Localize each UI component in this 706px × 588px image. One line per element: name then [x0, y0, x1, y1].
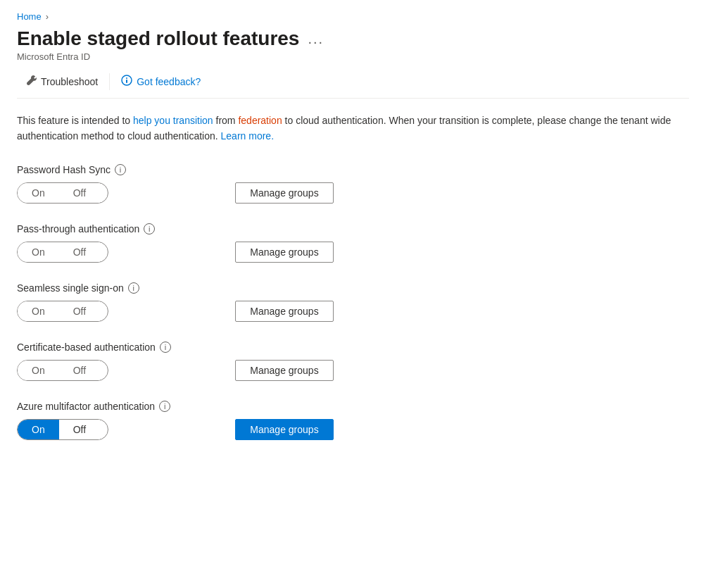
- svg-point-1: [126, 77, 127, 79]
- manage-groups-button-password-hash-sync[interactable]: Manage groups: [235, 182, 334, 204]
- toggle-on-label-password-hash-sync: On: [18, 183, 59, 203]
- troubleshoot-button[interactable]: Troubleshoot: [17, 70, 106, 92]
- feature-section-cert-based-auth: Certificate-based authentication i On Of…: [17, 342, 689, 381]
- page-subtitle: Microsoft Entra ID: [17, 51, 689, 62]
- feature-section-pass-through-auth: Pass-through authentication i On Off Man…: [17, 223, 689, 263]
- feature-name-seamless-sso: Seamless single sign-on: [17, 282, 124, 294]
- feature-row-password-hash-sync: On Off Manage groups: [17, 182, 689, 204]
- feature-label-seamless-sso: Seamless single sign-on i: [17, 282, 689, 294]
- info-text-from: from: [213, 115, 239, 126]
- feature-row-pass-through-auth: On Off Manage groups: [17, 242, 689, 263]
- troubleshoot-label: Troubleshoot: [41, 76, 98, 87]
- manage-groups-button-seamless-sso[interactable]: Manage groups: [235, 301, 334, 322]
- feedback-label: Got feedback?: [137, 76, 201, 87]
- page-title: Enable staged rollout features: [17, 27, 299, 50]
- feedback-icon: [121, 75, 132, 88]
- toggle-pass-through-auth[interactable]: On Off: [17, 242, 108, 263]
- toggle-on-label-seamless-sso: On: [18, 301, 59, 321]
- toggle-container-seamless-sso: On Off: [17, 301, 108, 322]
- toggle-on-label-azure-mfa: On: [18, 420, 59, 439]
- feature-section-seamless-sso: Seamless single sign-on i On Off Manage …: [17, 282, 689, 322]
- toggle-container-password-hash-sync: On Off: [17, 182, 108, 204]
- toggle-off-label-password-hash-sync: Off: [59, 183, 100, 203]
- feature-row-cert-based-auth: On Off Manage groups: [17, 360, 689, 381]
- features-list: Password Hash Sync i On Off Manage group…: [17, 164, 689, 440]
- toggle-off-label-azure-mfa: Off: [59, 420, 100, 439]
- toggle-azure-mfa[interactable]: On Off: [17, 419, 108, 440]
- manage-groups-button-cert-based-auth[interactable]: Manage groups: [235, 360, 334, 381]
- info-text-link: help you transition: [133, 115, 213, 126]
- toggle-off-label-pass-through-auth: Off: [59, 242, 100, 262]
- toggle-container-pass-through-auth: On Off: [17, 242, 108, 263]
- feature-row-azure-mfa: On Off Manage groups: [17, 419, 689, 440]
- feedback-button[interactable]: Got feedback?: [113, 70, 209, 92]
- info-icon-seamless-sso[interactable]: i: [128, 282, 139, 294]
- feature-label-azure-mfa: Azure multifactor authentication i: [17, 401, 689, 412]
- more-options-button[interactable]: ...: [308, 31, 324, 47]
- toggle-on-label-pass-through-auth: On: [18, 242, 59, 262]
- feature-section-azure-mfa: Azure multifactor authentication i On Of…: [17, 401, 689, 440]
- feature-row-seamless-sso: On Off Manage groups: [17, 301, 689, 322]
- toggle-password-hash-sync[interactable]: On Off: [17, 182, 108, 204]
- feature-label-password-hash-sync: Password Hash Sync i: [17, 164, 689, 175]
- wrench-icon: [25, 75, 37, 88]
- feature-label-cert-based-auth: Certificate-based authentication i: [17, 342, 689, 353]
- toggle-container-cert-based-auth: On Off: [17, 360, 108, 381]
- toggle-on-label-cert-based-auth: On: [18, 361, 59, 380]
- info-learn-more[interactable]: Learn more.: [221, 130, 274, 142]
- toolbar: Troubleshoot Got feedback?: [17, 70, 689, 99]
- feature-section-password-hash-sync: Password Hash Sync i On Off Manage group…: [17, 164, 689, 204]
- info-icon-password-hash-sync[interactable]: i: [115, 164, 126, 175]
- toggle-seamless-sso[interactable]: On Off: [17, 301, 108, 322]
- info-text-before: This feature is intended to: [17, 115, 133, 126]
- info-icon-pass-through-auth[interactable]: i: [144, 223, 155, 234]
- feature-name-azure-mfa: Azure multifactor authentication: [17, 401, 155, 412]
- svg-rect-2: [126, 80, 127, 83]
- breadcrumb: Home ›: [17, 11, 689, 22]
- info-text-federation: federation: [238, 115, 282, 126]
- breadcrumb-separator: ›: [46, 11, 49, 22]
- info-banner: This feature is intended to help you tra…: [17, 113, 689, 144]
- toggle-off-label-cert-based-auth: Off: [59, 361, 100, 380]
- toolbar-divider: [109, 73, 110, 90]
- toggle-container-azure-mfa: On Off: [17, 419, 108, 440]
- toggle-off-label-seamless-sso: Off: [59, 301, 100, 321]
- manage-groups-button-pass-through-auth[interactable]: Manage groups: [235, 242, 334, 263]
- breadcrumb-home[interactable]: Home: [17, 11, 42, 22]
- page-header: Enable staged rollout features ... Micro…: [17, 27, 689, 62]
- feature-name-password-hash-sync: Password Hash Sync: [17, 164, 111, 175]
- info-icon-azure-mfa[interactable]: i: [159, 401, 170, 412]
- toggle-cert-based-auth[interactable]: On Off: [17, 360, 108, 381]
- info-icon-cert-based-auth[interactable]: i: [160, 342, 171, 353]
- manage-groups-button-azure-mfa[interactable]: Manage groups: [235, 419, 334, 440]
- feature-name-cert-based-auth: Certificate-based authentication: [17, 342, 156, 353]
- feature-name-pass-through-auth: Pass-through authentication: [17, 223, 139, 234]
- feature-label-pass-through-auth: Pass-through authentication i: [17, 223, 689, 234]
